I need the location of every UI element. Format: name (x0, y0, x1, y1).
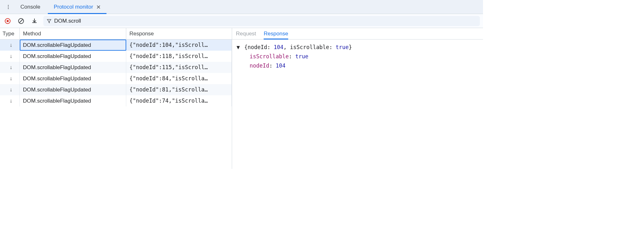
more-vertical-icon (6, 4, 11, 10)
grid-header: Type Method Response (0, 28, 232, 40)
direction-icon: ↓ (0, 73, 20, 84)
tab-label: Console (20, 4, 40, 10)
method-cell: DOM.scrollableFlagUpdated (20, 40, 126, 51)
response-cell: {"nodeId":74,"isScrolla… (126, 95, 232, 106)
clear-icon (18, 18, 24, 24)
tree-leaf[interactable]: isScrollable: true (237, 52, 479, 61)
response-cell: {"nodeId":115,"isScroll… (126, 62, 232, 73)
table-row[interactable]: ↓DOM.scrollableFlagUpdated{"nodeId":104,… (0, 40, 232, 51)
table-row[interactable]: ↓DOM.scrollableFlagUpdated{"nodeId":81,"… (0, 84, 232, 95)
method-cell: DOM.scrollableFlagUpdated (20, 73, 126, 84)
devtools-tabbar: Console Protocol monitor (0, 0, 483, 14)
caret-down-icon: ▼ (237, 43, 241, 52)
table-row[interactable]: ↓DOM.scrollableFlagUpdated{"nodeId":115,… (0, 62, 232, 73)
method-cell: DOM.scrollableFlagUpdated (20, 84, 126, 95)
direction-icon: ↓ (0, 95, 20, 106)
svg-point-2 (8, 8, 9, 9)
tree-root[interactable]: ▼ {nodeId: 104, isScrollable: true} (237, 43, 479, 52)
tab-console[interactable]: Console (15, 0, 46, 14)
direction-icon: ↓ (0, 62, 20, 73)
column-header-type[interactable]: Type (0, 28, 20, 39)
tree-leaf[interactable]: nodeId: 104 (237, 61, 479, 70)
response-cell: {"nodeId":84,"isScrolla… (126, 73, 232, 84)
event-grid: Type Method Response ↓DOM.scrollableFlag… (0, 28, 232, 169)
detail-tabs: Request Response (232, 28, 483, 40)
tab-response[interactable]: Response (264, 28, 288, 40)
response-tree: ▼ {nodeId: 104, isScrollable: true} isSc… (232, 40, 483, 74)
filter-field[interactable] (43, 16, 480, 26)
direction-icon: ↓ (0, 40, 20, 51)
filter-icon (47, 18, 52, 24)
column-header-method[interactable]: Method (20, 28, 126, 39)
svg-point-0 (8, 5, 9, 6)
method-cell: DOM.scrollableFlagUpdated (20, 51, 126, 62)
main-split: Type Method Response ↓DOM.scrollableFlag… (0, 28, 483, 169)
table-row[interactable]: ↓DOM.scrollableFlagUpdated{"nodeId":118,… (0, 51, 232, 62)
direction-icon: ↓ (0, 84, 20, 95)
save-button[interactable] (30, 17, 39, 25)
filter-input[interactable] (54, 18, 477, 24)
clear-button[interactable] (17, 17, 26, 25)
detail-pane: Request Response ▼ {nodeId: 104, isScrol… (232, 28, 483, 169)
svg-rect-4 (7, 20, 9, 22)
record-button[interactable] (3, 17, 12, 25)
tab-close-button[interactable] (96, 5, 101, 9)
close-icon (96, 5, 101, 9)
record-icon (4, 18, 11, 24)
protocol-toolbar (0, 14, 483, 28)
table-row[interactable]: ↓DOM.scrollableFlagUpdated{"nodeId":84,"… (0, 73, 232, 84)
table-row[interactable]: ↓DOM.scrollableFlagUpdated{"nodeId":74,"… (0, 95, 232, 106)
column-header-response[interactable]: Response (126, 28, 232, 39)
response-cell: {"nodeId":81,"isScrolla… (126, 84, 232, 95)
tab-request[interactable]: Request (236, 28, 256, 40)
svg-point-1 (8, 6, 9, 7)
direction-icon: ↓ (0, 51, 20, 62)
method-cell: DOM.scrollableFlagUpdated (20, 95, 126, 106)
method-cell: DOM.scrollableFlagUpdated (20, 62, 126, 73)
more-menu-button[interactable] (4, 3, 13, 11)
svg-line-6 (19, 19, 23, 23)
grid-body: ↓DOM.scrollableFlagUpdated{"nodeId":104,… (0, 40, 232, 169)
download-icon (31, 18, 38, 24)
tab-protocol-monitor[interactable]: Protocol monitor (48, 0, 106, 14)
tab-label: Protocol monitor (54, 4, 93, 10)
response-cell: {"nodeId":118,"isScroll… (126, 51, 232, 62)
response-cell: {"nodeId":104,"isScroll… (126, 40, 232, 51)
